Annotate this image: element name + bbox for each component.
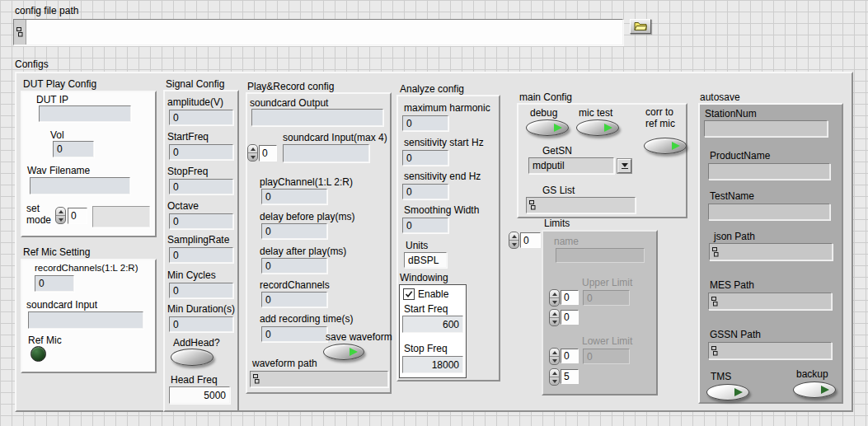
- dut-ip-label: DUT IP: [36, 94, 68, 105]
- addhead-toggle[interactable]: [171, 349, 213, 366]
- decrement-icon: [550, 377, 559, 385]
- dut-ip-input[interactable]: [39, 105, 131, 122]
- labview-front-panel: config file path Configs DUT Play Config…: [0, 0, 868, 426]
- save-waveform-toggle[interactable]: [323, 344, 364, 360]
- mes-path-input[interactable]: [718, 296, 831, 307]
- vol-input[interactable]: [53, 141, 94, 157]
- max-harmonic-input[interactable]: [402, 115, 448, 131]
- lower-spinner-2[interactable]: [549, 368, 560, 386]
- soundcard-input-index-value[interactable]: [259, 145, 277, 162]
- config-file-path-input[interactable]: [26, 26, 622, 38]
- backup-toggle[interactable]: [793, 382, 836, 398]
- tms-label: TMS: [711, 371, 731, 382]
- samplingrate-input[interactable]: [169, 247, 233, 263]
- dropdown-line-icon: [622, 168, 628, 169]
- min-cycles-input[interactable]: [169, 283, 233, 298]
- folder-icon: [634, 21, 647, 31]
- increment-icon: [248, 145, 257, 153]
- upper-spinner-1[interactable]: [549, 289, 560, 307]
- configs-label: Configs: [15, 59, 49, 70]
- record-channels-input[interactable]: [35, 275, 74, 292]
- increment-icon: [509, 232, 518, 241]
- soundcard-input-index-spinner[interactable]: [247, 144, 258, 162]
- enable-checkbox[interactable]: [403, 288, 415, 300]
- windowing-label: Windowing: [400, 272, 448, 283]
- add-recording-time-label: add recording time(s): [260, 313, 353, 325]
- ref-soundcard-input-label: soundcard Input: [26, 299, 97, 311]
- soundcard-input-input[interactable]: [283, 144, 369, 162]
- add-recording-time-input[interactable]: [261, 326, 327, 342]
- limit-name-label: name: [554, 236, 579, 247]
- playchannel-input[interactable]: [261, 189, 327, 204]
- getsn-select[interactable]: [528, 157, 614, 174]
- soundcard-input-max4-label: soundcard Input(max 4): [283, 132, 387, 143]
- tms-toggle[interactable]: [706, 384, 749, 400]
- set-mode-display: [92, 206, 150, 227]
- units-input[interactable]: [404, 252, 447, 268]
- wav-filename-input[interactable]: [30, 177, 130, 194]
- sens-start-input[interactable]: [402, 150, 448, 166]
- pr-record-channels-input[interactable]: [261, 292, 327, 307]
- set-mode-value[interactable]: [68, 208, 87, 224]
- config-file-path-field: [13, 19, 623, 45]
- autosave-title: autosave: [700, 91, 740, 103]
- gs-list-input[interactable]: [536, 199, 635, 211]
- decrement-icon: [509, 241, 518, 248]
- getsn-dropdown-button[interactable]: [617, 159, 631, 173]
- debug-toggle[interactable]: [526, 119, 569, 136]
- upper-value-2[interactable]: [561, 310, 579, 325]
- green-arrow-icon: [554, 124, 562, 132]
- station-num-label: StationNum: [705, 108, 757, 119]
- gssn-path-label: GSSN Path: [710, 329, 761, 340]
- lower-value-1[interactable]: [561, 349, 579, 363]
- path-glyph-icon: [253, 374, 260, 384]
- browse-button[interactable]: [630, 19, 651, 34]
- octave-label: Octave: [167, 200, 199, 212]
- upper-value-1[interactable]: [561, 290, 579, 305]
- product-name-label: ProductName: [710, 150, 770, 162]
- addhead-label: AddHead?: [173, 337, 220, 349]
- win-start-freq-input[interactable]: [402, 316, 463, 333]
- gs-list-field: [526, 197, 636, 213]
- head-freq-input[interactable]: [169, 386, 230, 404]
- soundcard-output-input[interactable]: [251, 109, 383, 126]
- win-stop-freq-input[interactable]: [402, 356, 463, 373]
- ref-mic-led-label: Ref Mic: [28, 335, 62, 346]
- win-start-freq-label: Start Freq: [404, 303, 448, 315]
- json-path-input[interactable]: [719, 246, 832, 258]
- gssn-path-field: [708, 342, 832, 359]
- amplitude-input[interactable]: [169, 110, 233, 125]
- chevron-down-icon: [622, 163, 628, 167]
- config-file-path-label: config file path: [15, 5, 78, 16]
- lower-value-2[interactable]: [561, 369, 579, 384]
- waveform-path-input[interactable]: [260, 373, 387, 385]
- limits-index-value[interactable]: [520, 232, 541, 248]
- set-mode-spinner[interactable]: [55, 207, 66, 224]
- decrement-icon: [550, 357, 559, 364]
- smoothing-width-input[interactable]: [402, 218, 448, 233]
- ref-soundcard-input[interactable]: [28, 311, 143, 329]
- mic-test-toggle[interactable]: [576, 119, 619, 136]
- lower-spinner-1[interactable]: [549, 348, 560, 365]
- waveform-path-label: waveform path: [252, 358, 317, 369]
- startfreq-input[interactable]: [169, 144, 233, 160]
- ref-mic-led[interactable]: [30, 346, 46, 362]
- delay-before-play-input[interactable]: [261, 223, 327, 239]
- stopfreq-label: StopFreq: [167, 166, 208, 177]
- sens-end-input[interactable]: [402, 184, 448, 199]
- limits-index-spinner[interactable]: [509, 232, 519, 249]
- test-name-input[interactable]: [708, 204, 830, 220]
- soundcard-output-label: soundcard Output: [250, 97, 328, 109]
- product-name-input[interactable]: [708, 163, 830, 180]
- pr-record-channels-label: recordChannels: [260, 279, 330, 291]
- station-num-input[interactable]: [704, 120, 828, 137]
- delay-after-play-input[interactable]: [261, 258, 327, 274]
- stopfreq-input[interactable]: [169, 179, 233, 194]
- gssn-path-input[interactable]: [718, 345, 831, 357]
- delay-after-play-label: delay after play(ms): [260, 246, 346, 257]
- octave-input[interactable]: [169, 213, 233, 229]
- min-duration-input[interactable]: [169, 316, 233, 332]
- upper-spinner-2[interactable]: [549, 309, 560, 326]
- corr-to-ref-mic-toggle[interactable]: [644, 138, 687, 154]
- min-cycles-label: Min Cycles: [167, 269, 216, 281]
